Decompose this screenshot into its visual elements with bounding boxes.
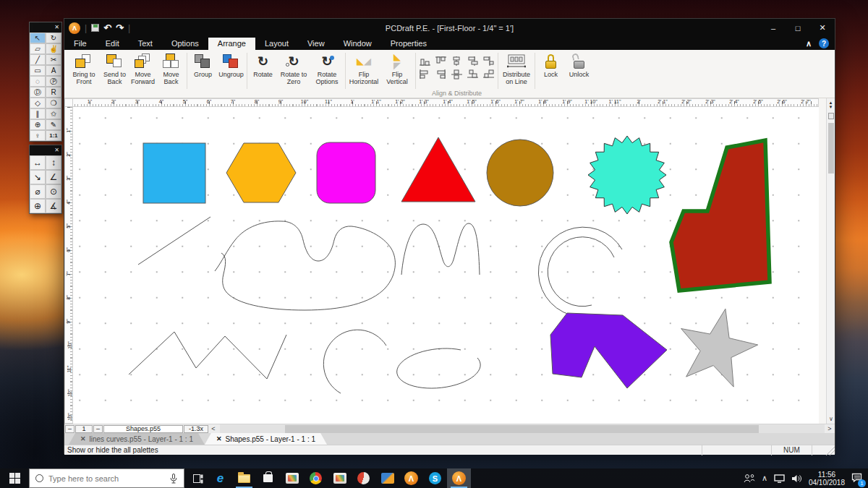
select-tool[interactable]: ↖ — [30, 33, 46, 43]
lock-button[interactable]: Lock — [537, 52, 564, 78]
close-icon[interactable]: ✕ — [54, 25, 59, 30]
redo-icon[interactable]: ↷ — [116, 23, 124, 33]
open-arc[interactable] — [323, 330, 386, 393]
clock[interactable]: 11:56 04/10/2018 — [809, 471, 845, 487]
app-icon[interactable]: Λ — [69, 22, 80, 34]
diagonal-line[interactable] — [138, 217, 210, 265]
action-center[interactable]: 1 — [851, 472, 862, 485]
drawing-canvas[interactable] — [73, 107, 819, 424]
vertical-scroll-thumb[interactable] — [828, 123, 834, 174]
tab-close-icon[interactable]: ✕ — [216, 435, 222, 442]
resize-grip[interactable] — [826, 445, 835, 455]
dimension-tool[interactable]: Ⓓ — [30, 87, 46, 98]
symbol-tool[interactable]: ⊕ — [30, 119, 46, 130]
scroll-left-icon[interactable]: < — [208, 425, 218, 432]
help-icon[interactable]: ? — [819, 38, 829, 48]
ungroup-button[interactable]: Ungroup — [218, 52, 244, 78]
scroll-down-icon[interactable]: ∨ — [827, 416, 835, 422]
taskbar-app-paint-app-2[interactable] — [328, 468, 352, 488]
cyan-starburst[interactable] — [588, 136, 666, 214]
close-icon[interactable]: ✕ — [54, 147, 59, 153]
orange-hexagon[interactable] — [226, 143, 296, 202]
dim-radius-tool[interactable]: ⊙ — [46, 184, 61, 199]
circle-tool[interactable]: ◌ — [30, 76, 46, 87]
document-tab-1[interactable]: ✕lines curves.p55 - Layer-1 - 1 : 1 — [69, 433, 205, 445]
taskbar-app-task-view[interactable] — [184, 468, 208, 488]
taskbar-app-store[interactable] — [256, 468, 280, 488]
parallel-lines-tool[interactable]: ∥ — [30, 108, 46, 119]
flip-horizontal-button[interactable]: ◣◢Flip Horizontal — [348, 52, 380, 85]
dim-vertical-tool[interactable]: ↕ — [46, 155, 61, 170]
group-button[interactable]: Group — [190, 52, 216, 78]
maximize-button[interactable]: □ — [786, 19, 810, 37]
tools-palette-titlebar[interactable]: ✕ — [30, 22, 61, 33]
star-tool[interactable]: ✩ — [46, 108, 61, 119]
minimize-button[interactable]: – — [761, 19, 786, 37]
open-ellipse[interactable] — [397, 348, 481, 388]
purple-polygon[interactable] — [550, 313, 667, 388]
align-h-center-button[interactable] — [449, 68, 464, 80]
rotate-button[interactable]: ↻Rotate — [250, 52, 276, 78]
menu-tab-layout[interactable]: Layout — [255, 38, 298, 50]
knife-tool[interactable]: ✂ — [46, 54, 61, 65]
reshape-tool[interactable]: ▱ — [30, 43, 46, 54]
m-curve[interactable] — [401, 223, 480, 275]
distribute-h-button[interactable] — [465, 68, 480, 80]
red-triangle[interactable] — [401, 137, 475, 202]
align-bottom-button[interactable] — [417, 55, 433, 67]
freehand-tool[interactable]: ❍ — [46, 98, 61, 108]
taskbar-app-paint-app-1[interactable] — [280, 468, 304, 488]
taskbar-app-skype[interactable]: S — [423, 468, 447, 488]
network-display-icon[interactable] — [774, 474, 785, 483]
taskbar-app-pcdraft-compass[interactable]: Λ — [399, 468, 423, 488]
dimension-palette-titlebar[interactable]: ✕ — [30, 145, 61, 155]
taskbar-app-chrome[interactable] — [304, 468, 328, 488]
distribute-v-touch-button[interactable] — [481, 55, 496, 67]
double-arc[interactable] — [538, 227, 622, 317]
center-mark-tool[interactable]: ⊕ — [30, 199, 46, 213]
polygon-tool[interactable]: ◇ — [30, 98, 46, 108]
scale-1-1-tool[interactable]: 1:1 — [46, 130, 61, 141]
dark-gold-circle[interactable] — [487, 140, 553, 206]
dim-diameter-tool[interactable]: ⌀ — [30, 184, 46, 199]
page-next-button[interactable]: – — [93, 425, 103, 433]
rectangle-tool[interactable]: ▭ — [30, 65, 46, 76]
tray-chevron-icon[interactable]: ∧ — [762, 474, 767, 483]
dim-diagonal-tool[interactable]: ↘ — [30, 170, 46, 184]
line-tool[interactable]: ╱ — [30, 54, 46, 65]
page-icon[interactable] — [828, 113, 834, 119]
menu-tab-file[interactable]: File — [64, 38, 96, 50]
align-left-button[interactable] — [417, 68, 433, 80]
speaker-icon[interactable] — [791, 474, 802, 483]
scroll-right-icon[interactable]: > — [825, 425, 835, 432]
menu-tab-window[interactable]: Window — [334, 38, 381, 50]
taskbar-app-pcdraft[interactable]: Λ — [447, 468, 471, 488]
horizontal-scroll-track[interactable] — [220, 424, 825, 434]
pan-tool[interactable]: ✌ — [46, 43, 61, 54]
freeform-squiggle[interactable] — [215, 221, 395, 310]
red-green-polygon[interactable] — [671, 140, 770, 291]
magenta-rounded-square[interactable] — [317, 142, 375, 203]
horizontal-scroll-thumb[interactable] — [285, 425, 759, 433]
text-tool[interactable]: A — [46, 65, 61, 76]
document-tab-2[interactable]: ✕Shapes.p55 - Layer-1 - 1 : 1 — [205, 433, 327, 445]
undo-icon[interactable]: ↶ — [103, 23, 111, 33]
angle-dim-tool[interactable]: ∡ — [46, 199, 61, 213]
microphone-icon[interactable] — [169, 474, 178, 484]
radius-tool[interactable]: R — [46, 87, 61, 98]
tab-close-icon[interactable]: ✕ — [80, 435, 86, 442]
taskbar-search[interactable] — [29, 468, 184, 488]
align-top-button[interactable] — [433, 55, 448, 67]
send-to-back-button[interactable]: Send to Back — [101, 52, 128, 85]
parallel-polygon-tool[interactable]: Ⓟ — [46, 76, 61, 87]
close-button[interactable]: ✕ — [810, 19, 835, 37]
menu-tab-view[interactable]: View — [298, 38, 334, 50]
move-forward-button[interactable]: Move Forward — [129, 52, 156, 85]
distribute-v-button[interactable] — [465, 55, 480, 67]
gray-star[interactable] — [681, 309, 758, 387]
menu-tab-options[interactable]: Options — [162, 38, 208, 50]
dim-angled-tool[interactable]: ∠ — [46, 170, 61, 184]
taskbar-app-red-app[interactable] — [352, 468, 375, 488]
start-button[interactable] — [0, 468, 29, 488]
align-right-button[interactable] — [433, 68, 448, 80]
